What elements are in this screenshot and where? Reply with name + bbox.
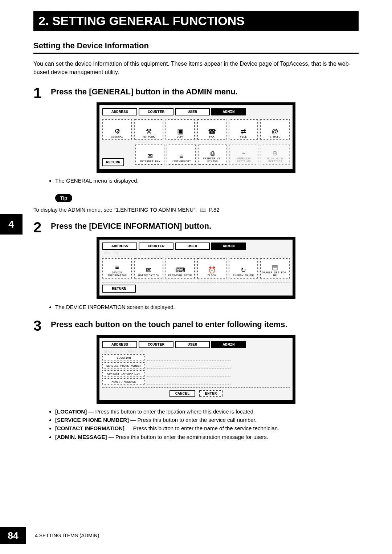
- menu-item-password-setup[interactable]: ⌨PASSWORD SETUP: [166, 258, 195, 279]
- page-number: 84: [0, 527, 26, 544]
- menu-label: WIRELESS SETTINGS: [230, 157, 258, 163]
- menu-item-fax[interactable]: ☎FAX: [197, 119, 226, 140]
- tab-user[interactable]: USER: [175, 243, 210, 250]
- footer-text: 4.SETTING ITEMS (ADMIN): [35, 533, 99, 538]
- tab-address[interactable]: ADDRESS: [102, 108, 137, 115]
- menu-label: DRAWER SET POP-UP: [261, 271, 289, 277]
- cancel-button[interactable]: CANCEL: [170, 390, 196, 397]
- menu-item-file[interactable]: ⇄FILE: [229, 119, 258, 140]
- menu-icon: ▤: [272, 264, 278, 270]
- menu-label: INTERNET FAX: [139, 160, 160, 163]
- menu-icon: @: [271, 128, 278, 135]
- side-chapter-tab: 4: [0, 214, 23, 235]
- return-button[interactable]: RETURN: [102, 285, 136, 293]
- field-value: [147, 371, 231, 376]
- description-item: [SERVICE PHONE NUMBER] — Press this butt…: [55, 416, 359, 424]
- menu-item-device-information[interactable]: ≡DEVICE INFORMATION: [102, 258, 132, 279]
- field-value: [147, 363, 231, 368]
- screenshot-general-menu: ADDRESS COUNTER USER ADMIN GENERAL ≡DEVI…: [97, 237, 295, 299]
- return-button[interactable]: RETURN: [102, 158, 124, 166]
- description-item: [CONTACT INFORMATION] — Press this butto…: [55, 424, 359, 432]
- menu-icon: ⚒: [146, 128, 152, 135]
- screenshot-device-info: ADDRESS COUNTER USER ADMIN DEVICE INFORM…: [97, 335, 295, 404]
- menu-icon: ✉: [147, 153, 153, 159]
- tab-address[interactable]: ADDRESS: [102, 341, 137, 348]
- step1-result: The GENERAL menu is displayed.: [55, 176, 359, 185]
- tab-counter[interactable]: COUNTER: [139, 341, 173, 348]
- menu-label: Bluetooth SETTINGS: [261, 157, 289, 163]
- menu-icon: ✉: [146, 267, 151, 273]
- field-button-service-phone-number[interactable]: SERVICE PHONE NUMBER: [102, 362, 145, 369]
- menu-icon: ฿: [273, 150, 277, 156]
- menu-item-energy-saver[interactable]: ↻ENERGY SAVER: [229, 258, 258, 279]
- tab-address[interactable]: ADDRESS: [102, 243, 137, 250]
- tip-text: To display the ADMIN menu, see “1.ENTERI…: [33, 207, 359, 213]
- step-number: 2: [33, 220, 51, 235]
- panel-subtitle: DEVICE INFORMATION: [104, 350, 290, 354]
- menu-label: COPY: [177, 135, 184, 138]
- menu-label: PRINTER /E-FILING: [199, 157, 226, 163]
- field-button-admin-message[interactable]: ADMIN. MESSAGE: [102, 378, 145, 385]
- menu-label: GENERAL: [111, 135, 123, 138]
- menu-icon: ⌨: [176, 267, 185, 273]
- menu-item-internet-fax[interactable]: ✉INTERNET FAX: [135, 144, 164, 165]
- menu-label: NETWORK: [143, 135, 155, 138]
- menu-label: E-MAIL: [270, 135, 280, 138]
- tab-user[interactable]: USER: [175, 341, 210, 348]
- step2-result: The DEVICE INFORMATION screen is display…: [55, 303, 359, 311]
- menu-icon: ≡: [115, 264, 119, 270]
- menu-label: LIST/REPORT: [172, 160, 191, 163]
- menu-item-bluetooth-settings: ฿Bluetooth SETTINGS: [261, 144, 290, 165]
- tab-counter[interactable]: COUNTER: [139, 243, 173, 250]
- menu-label: NOTIFICATION: [138, 274, 159, 277]
- menu-item-printer-e-filing[interactable]: ⎙PRINTER /E-FILING: [198, 144, 227, 165]
- field-value: [147, 355, 231, 360]
- menu-item-general[interactable]: ⚙GENERAL: [102, 119, 132, 140]
- step-title: Press the [DEVICE INFORMATION] button.: [51, 221, 211, 231]
- field-button-contact-information[interactable]: CONTACT INFORMATION: [102, 370, 145, 377]
- menu-label: DEVICE INFORMATION: [103, 271, 131, 277]
- step-number: 1: [33, 86, 51, 100]
- menu-item-e-mail[interactable]: @E-MAIL: [260, 119, 290, 140]
- chapter-title: 2. SETTING GENERAL FUNCTIONS: [33, 11, 359, 31]
- book-icon: 📖: [200, 207, 206, 213]
- section-title: Setting the Device Information: [33, 41, 359, 54]
- tab-admin[interactable]: ADMIN: [211, 243, 246, 250]
- menu-item-notification[interactable]: ✉NOTIFICATION: [134, 258, 163, 279]
- step-title: Press each button on the touch panel to …: [51, 320, 287, 329]
- menu-item-list-report[interactable]: ≡LIST/REPORT: [167, 144, 196, 165]
- menu-item-drawer-set-pop-up[interactable]: ▤DRAWER SET POP-UP: [260, 258, 290, 279]
- menu-icon: ⏰: [208, 267, 216, 273]
- menu-item-clock[interactable]: ⏰CLOCK: [197, 258, 226, 279]
- menu-icon: ⚙: [114, 128, 120, 135]
- menu-item-network[interactable]: ⚒NETWORK: [134, 119, 163, 140]
- menu-item-copy[interactable]: ▣COPY: [166, 119, 195, 140]
- tab-user[interactable]: USER: [175, 108, 210, 115]
- menu-icon: ⎙: [211, 150, 215, 156]
- tab-admin[interactable]: ADMIN: [211, 108, 246, 115]
- menu-label: FAX: [209, 135, 214, 138]
- step-number: 3: [33, 318, 51, 333]
- description-item: [ADMIN. MESSAGE] — Press this button to …: [55, 433, 359, 441]
- menu-label: PASSWORD SETUP: [168, 274, 192, 277]
- menu-icon: ☎: [208, 128, 216, 135]
- tab-counter[interactable]: COUNTER: [139, 108, 173, 115]
- menu-icon: ⌁: [242, 150, 246, 156]
- menu-icon: ⇄: [241, 128, 246, 135]
- menu-label: FILE: [240, 135, 247, 138]
- menu-icon: ≡: [179, 153, 183, 159]
- menu-label: ENERGY SAVER: [233, 274, 254, 277]
- enter-button[interactable]: ENTER: [199, 390, 222, 397]
- screenshot-admin-menu: ADDRESS COUNTER USER ADMIN ⚙GENERAL⚒NETW…: [97, 102, 295, 173]
- field-value: [147, 379, 231, 384]
- intro-paragraph: You can set the device information of th…: [33, 60, 359, 76]
- panel-subtitle: GENERAL: [104, 251, 290, 255]
- menu-icon: ▣: [177, 128, 183, 135]
- description-item: [LOCATION] — Press this button to enter …: [55, 407, 359, 416]
- menu-label: CLOCK: [207, 274, 216, 277]
- step-title: Press the [GENERAL] button in the ADMIN …: [51, 87, 238, 97]
- menu-item-wireless-settings: ⌁WIRELESS SETTINGS: [229, 144, 258, 165]
- tab-admin[interactable]: ADMIN: [211, 341, 246, 348]
- menu-icon: ↻: [241, 267, 246, 273]
- field-button-location[interactable]: LOCATION: [102, 354, 145, 361]
